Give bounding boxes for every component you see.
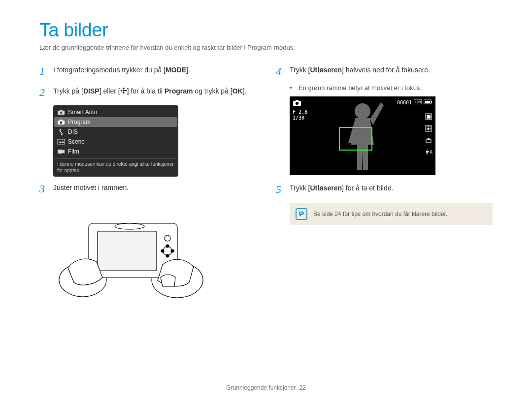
step-3: 3 Juster motivet i rammen. — [39, 181, 256, 197]
svg-point-2 — [123, 92, 124, 93]
f-stop: F 2.8 — [293, 109, 307, 115]
mode-key: MODE — [166, 65, 186, 75]
svg-rect-46 — [428, 138, 430, 140]
svg-rect-44 — [430, 129, 431, 130]
scene-icon — [57, 138, 65, 145]
camera-mode-icon — [293, 99, 301, 106]
flash-auto-icon: A — [425, 149, 432, 155]
svg-point-4 — [125, 90, 127, 91]
step-2-pre: Trykk på [ — [53, 87, 83, 95]
ok-key: OK — [233, 86, 243, 96]
svg-rect-32 — [431, 101, 432, 103]
lcd-exposure-info: F 2.8 1/30 — [293, 109, 307, 121]
step-2-post3: ]. — [243, 87, 247, 95]
svg-rect-41 — [430, 128, 431, 129]
smart-auto-icon — [57, 109, 65, 116]
svg-point-9 — [60, 122, 63, 124]
step-text: I fotograferingsmodus trykker du på [MOD… — [53, 63, 190, 79]
frame-counter: 00001 — [397, 100, 412, 105]
step-5: 5 Trykk [Utløseren] for å ta et bilde. — [276, 181, 493, 197]
svg-point-17 — [165, 235, 170, 241]
hands-holding-camera-illustration — [53, 204, 206, 302]
page-title: Ta bilder — [39, 20, 493, 41]
disp-key: DISP — [83, 86, 100, 96]
step-4-post: ] halvveis ned for å fokusere. — [342, 66, 430, 74]
svg-point-21 — [166, 245, 169, 247]
step-4-bullet: • En grønn ramme betyr at motivet er i f… — [290, 84, 493, 92]
shutter-key: Utløseren — [310, 184, 342, 192]
footer-page-number: 22 — [299, 384, 305, 391]
step-1-post: ]. — [186, 66, 190, 74]
size-icon: 12M — [414, 99, 422, 105]
step-2: 2 Trykk på [DISP] eller [] for å bla til… — [39, 84, 256, 100]
step-number: 5 — [276, 181, 290, 197]
step-text: Trykk på [DISP] eller [] for å bla til P… — [53, 84, 246, 100]
svg-rect-45 — [426, 139, 431, 143]
page: Ta bilder Lær de grunnleggende trinnene … — [0, 0, 532, 312]
content-columns: 1 I fotograferingsmodus trykker du på [M… — [39, 63, 493, 302]
shutter-key: Utløseren — [310, 66, 342, 74]
mode-label: Scene — [68, 138, 85, 145]
step-2-post2: og trykk på [ — [193, 87, 232, 95]
svg-point-3 — [121, 90, 122, 91]
lcd-top-left-icons — [293, 99, 301, 106]
mode-menu: Smart Auto Program DIS Scene Film — [53, 105, 178, 177]
dis-icon — [57, 128, 65, 135]
step-5-post: ] for å ta et bilde. — [342, 184, 393, 192]
svg-rect-42 — [427, 129, 428, 130]
right-column: 4 Trykk [Utløseren] halvveis ned for å f… — [276, 63, 493, 302]
quality-icon — [425, 113, 432, 122]
bullet-icon: • — [290, 84, 299, 92]
tip-icon — [296, 208, 307, 220]
mode-label: Program — [68, 119, 91, 125]
lcd-right-icons: A — [425, 113, 432, 155]
flower-icon — [120, 87, 127, 97]
metering-icon — [425, 125, 432, 134]
step-text: Trykk [Utløseren] halvveis ned for å fok… — [290, 63, 430, 79]
svg-point-24 — [115, 223, 144, 229]
footer-section: Grunnleggende funksjoner — [226, 384, 296, 391]
mode-label: Smart Auto — [68, 109, 97, 116]
left-column: 1 I fotograferingsmodus trykker du på [M… — [39, 63, 256, 302]
svg-rect-36 — [427, 126, 428, 127]
step-1-pre: I fotograferingsmodus trykker du på [ — [53, 66, 166, 74]
step-number: 4 — [276, 63, 290, 79]
lcd-top-right-status: 00001 12M — [397, 99, 432, 105]
program-bold: Program — [165, 87, 193, 95]
svg-rect-12 — [58, 150, 63, 154]
mode-label: DIS — [68, 128, 78, 135]
mode-description: I denne modusen kan du direkte angi ulik… — [54, 158, 177, 175]
step-number: 2 — [39, 84, 53, 100]
svg-text:12M: 12M — [415, 100, 421, 104]
svg-point-1 — [123, 88, 124, 89]
film-icon — [57, 148, 65, 155]
svg-rect-39 — [427, 128, 428, 129]
svg-rect-37 — [428, 126, 429, 127]
mode-item-smart-auto: Smart Auto — [54, 107, 177, 117]
step-2-post1: ] for å bla til — [127, 87, 165, 95]
step-4-pre: Trykk [ — [290, 66, 310, 74]
svg-rect-34 — [427, 115, 431, 119]
mode-item-scene: Scene — [54, 137, 177, 147]
step-5-pre: Trykk [ — [290, 184, 310, 192]
svg-rect-7 — [60, 110, 63, 111]
svg-rect-31 — [425, 101, 430, 103]
program-icon — [57, 119, 65, 125]
page-footer: Grunnleggende funksjoner 22 — [0, 384, 532, 391]
svg-point-22 — [166, 254, 169, 257]
step-1: 1 I fotograferingsmodus trykker du på [M… — [39, 63, 256, 79]
step-text: Juster motivet i rammen. — [53, 181, 129, 197]
svg-rect-38 — [430, 126, 431, 127]
svg-rect-43 — [428, 129, 429, 130]
focus-frame — [339, 127, 372, 151]
svg-point-0 — [123, 90, 125, 92]
mode-item-program: Program — [54, 117, 177, 127]
step-number: 1 — [39, 63, 53, 79]
step-4: 4 Trykk [Utløseren] halvveis ned for å f… — [276, 63, 493, 79]
svg-point-20 — [171, 249, 174, 252]
svg-rect-40 — [428, 128, 429, 129]
svg-point-26 — [296, 102, 299, 105]
camera-lcd-preview: 00001 12M F 2.8 1/30 A — [290, 96, 435, 175]
svg-rect-10 — [60, 120, 63, 121]
flash-auto-label: A — [430, 150, 432, 154]
